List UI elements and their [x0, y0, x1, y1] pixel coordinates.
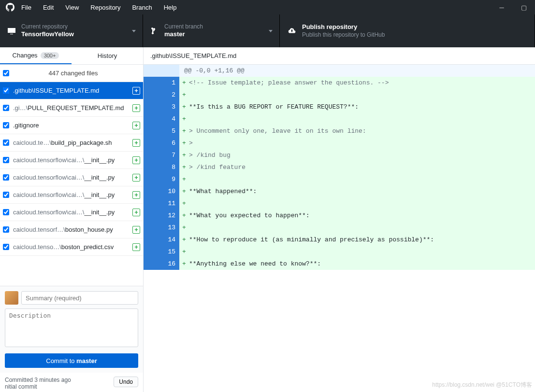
file-checkbox[interactable] — [3, 105, 9, 111]
file-row[interactable]: caicloud.tensorflow\cai…\__init__.py+ — [0, 204, 143, 221]
menu-bar: FileEditViewRepositoryBranchHelp — [21, 4, 176, 11]
menu-item-view[interactable]: View — [65, 4, 79, 11]
file-row[interactable]: .gi…\PULL_REQUEST_TEMPLATE.md+ — [0, 99, 143, 117]
current-branch-selector[interactable]: Current branch master — [143, 14, 280, 47]
file-checkbox[interactable] — [3, 122, 9, 128]
file-path: caicloud.tensorflow\cai…\__init__.py — [13, 191, 130, 198]
file-row[interactable]: .github\ISSUE_TEMPLATE.md+ — [0, 82, 143, 99]
diff-line: 7+> /kind bug — [144, 149, 535, 161]
added-icon: + — [132, 209, 140, 216]
monitor-icon — [8, 27, 15, 35]
publish-title: Publish repository — [302, 23, 385, 31]
toolbar: Current repository TensorflowYellow Curr… — [0, 14, 535, 47]
file-checkbox[interactable] — [3, 226, 9, 233]
commit-button[interactable]: Commit to master — [5, 353, 138, 368]
diff-line: 13+ — [144, 222, 535, 234]
file-checkbox[interactable] — [3, 87, 9, 94]
diff-line: 11+ — [144, 197, 535, 210]
menu-item-file[interactable]: File — [21, 4, 31, 11]
github-icon — [6, 3, 14, 12]
branch-name: master — [164, 30, 203, 39]
diff-line: 14+**How to reproduce it (as minimally a… — [144, 234, 535, 246]
file-path: caicloud.tensorflow\cai…\__init__.py — [13, 156, 130, 164]
diff-panel: .github\ISSUE_TEMPLATE.md @@ -0,0 +1,16 … — [144, 47, 535, 392]
minimize-button[interactable]: ─ — [491, 0, 513, 14]
sidebar: Changes 300+ History 447 changed files .… — [0, 47, 144, 392]
chevron-down-icon — [269, 30, 273, 32]
added-icon: + — [132, 122, 140, 129]
last-commit-info: Committed 3 minutes ago nitial commit Un… — [0, 373, 143, 392]
commit-description-input[interactable] — [5, 308, 138, 347]
diff-body[interactable]: @@ -0,0 +1,16 @@1+<!-- Issue template; p… — [144, 65, 535, 392]
file-row[interactable]: caicloud.tensorflow\cai…\__init__.py+ — [0, 186, 143, 204]
file-row[interactable]: caicloud.tenso…\boston_predict.csv+ — [0, 238, 143, 256]
avatar — [5, 291, 18, 305]
select-all-checkbox[interactable] — [3, 70, 9, 76]
added-icon: + — [132, 139, 140, 147]
menu-item-branch[interactable]: Branch — [132, 4, 152, 11]
menu-item-help[interactable]: Help — [164, 4, 177, 11]
added-icon: + — [132, 191, 140, 199]
added-icon: + — [132, 104, 140, 112]
added-icon: + — [132, 156, 140, 164]
commit-button-pre: Commit to — [46, 357, 76, 364]
window-controls: ─ ▢ — [491, 0, 535, 14]
added-icon: + — [132, 174, 140, 182]
diff-line: 3+**Is this a BUG REPORT or FEATURE REQU… — [144, 101, 535, 113]
diff-line: 1+<!-- Issue template; please answer the… — [144, 77, 535, 89]
current-repository-selector[interactable]: Current repository TensorflowYellow — [0, 14, 143, 47]
publish-repository-button[interactable]: Publish repository Publish this reposito… — [280, 14, 535, 47]
file-row[interactable]: caicloud.tensorflow\cai…\__init__.py+ — [0, 152, 143, 169]
diff-line: 10+**What happened**: — [144, 185, 535, 197]
publish-subtitle: Publish this repository to GitHub — [302, 31, 385, 39]
commit-form: Commit to master — [0, 286, 143, 373]
diff-line: 8+> /kind feature — [144, 161, 535, 173]
file-path: caicloud.tensorf…\boston_house.py — [13, 226, 130, 233]
added-icon: + — [132, 243, 140, 251]
diff-line: 6+> — [144, 137, 535, 149]
added-icon: + — [132, 87, 140, 95]
changed-files-bar: 447 changed files — [0, 65, 143, 82]
diff-hunk-header: @@ -0,0 +1,16 @@ — [179, 65, 535, 77]
cloud-upload-icon — [288, 27, 296, 35]
changes-count-badge: 300+ — [41, 52, 59, 59]
diff-line: 15+ — [144, 246, 535, 258]
file-path: .gi…\PULL_REQUEST_TEMPLATE.md — [13, 104, 130, 112]
file-path: .gitignore — [13, 122, 130, 129]
file-checkbox[interactable] — [3, 174, 9, 181]
file-checkbox[interactable] — [3, 157, 9, 163]
commit-button-branch: master — [76, 357, 97, 364]
file-row[interactable]: caicloud.tensorf…\boston_house.py+ — [0, 221, 143, 238]
tab-changes[interactable]: Changes 300+ — [0, 47, 72, 64]
file-path: .github\ISSUE_TEMPLATE.md — [13, 87, 130, 94]
file-path: caicloud.tenso…\boston_predict.csv — [13, 243, 130, 251]
file-checkbox[interactable] — [3, 209, 9, 215]
menu-item-edit[interactable]: Edit — [43, 4, 54, 11]
file-row[interactable]: caicloud.tensorflow\cai…\__init__.py+ — [0, 169, 143, 186]
undo-button[interactable]: Undo — [114, 377, 138, 387]
branch-sublabel: Current branch — [164, 23, 203, 31]
file-list[interactable]: .github\ISSUE_TEMPLATE.md+.gi…\PULL_REQU… — [0, 82, 143, 286]
file-row[interactable]: caicloud.te…\build_pip_package.sh+ — [0, 134, 143, 152]
changed-files-count: 447 changed files — [13, 70, 143, 77]
tab-history[interactable]: History — [72, 47, 143, 64]
tab-changes-label: Changes — [13, 52, 38, 59]
diff-line: 2+ — [144, 89, 535, 101]
tab-history-label: History — [98, 52, 117, 59]
menu-item-repository[interactable]: Repository — [90, 4, 120, 11]
file-checkbox[interactable] — [3, 140, 9, 146]
file-path: caicloud.tensorflow\cai…\__init__.py — [13, 209, 130, 216]
sidebar-tabs: Changes 300+ History — [0, 47, 143, 65]
diff-line: 4+ — [144, 113, 535, 125]
added-icon: + — [132, 226, 140, 234]
maximize-button[interactable]: ▢ — [513, 0, 535, 14]
titlebar: FileEditViewRepositoryBranchHelp ─ ▢ — [0, 0, 535, 14]
file-row[interactable]: .gitignore+ — [0, 117, 143, 134]
file-path: caicloud.tensorflow\cai…\__init__.py — [13, 174, 130, 181]
commit-summary-input[interactable] — [21, 291, 138, 305]
file-checkbox[interactable] — [3, 244, 9, 250]
diff-line: 5+> Uncomment only one, leave it on its … — [144, 125, 535, 137]
diff-line: 9+ — [144, 173, 535, 185]
file-checkbox[interactable] — [3, 192, 9, 198]
repo-sublabel: Current repository — [21, 23, 74, 31]
